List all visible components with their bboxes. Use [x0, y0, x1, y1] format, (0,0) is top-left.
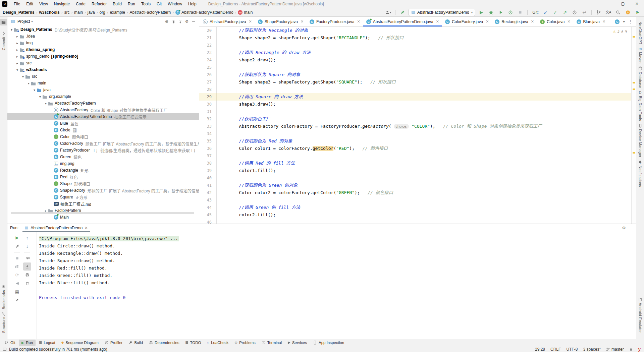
- minimize-button[interactable]: ─: [602, 0, 616, 8]
- editor-tab-ColorFactory.java[interactable]: CColorFactory.java✕: [442, 17, 492, 26]
- tree-item-spring_demo[interactable]: ▸spring_demo[spring-demo]: [7, 53, 199, 60]
- tree-expand-icon[interactable]: ▸: [15, 61, 19, 65]
- tree-item-Color[interactable]: IColor颜色接口: [7, 133, 199, 140]
- line-number[interactable]: 25: [199, 64, 217, 71]
- stripe-maven-button[interactable]: mMaven: [638, 46, 642, 65]
- git-history-button[interactable]: [571, 9, 578, 16]
- inspections-widget[interactable]: ⚠ 3 ∧ ∨: [612, 28, 629, 34]
- breadcrumb-item[interactable]: main: [74, 10, 83, 15]
- tree-item-itheima_spring[interactable]: ▸itheima_spring: [7, 46, 199, 53]
- close-icon[interactable]: ✕: [249, 19, 252, 24]
- line-number[interactable]: 45: [199, 211, 217, 219]
- code-line-34[interactable]: 34: [199, 130, 636, 137]
- line-number[interactable]: 24: [199, 56, 217, 64]
- code-line-28[interactable]: 28: [199, 86, 636, 93]
- tree-item-src[interactable]: ▾src: [7, 73, 199, 80]
- restart-activity-button[interactable]: ⟳: [13, 271, 21, 279]
- tab-options-kebab-icon[interactable]: ⋮: [628, 19, 633, 24]
- rerun-button[interactable]: ▶: [13, 234, 21, 242]
- file-encoding[interactable]: UTF-8: [566, 347, 578, 352]
- line-number[interactable]: 29: [199, 93, 217, 101]
- error-stripe[interactable]: [631, 27, 636, 224]
- stripe-database-button[interactable]: Database: [638, 65, 642, 90]
- stripe-structure-button[interactable]: Structure: [2, 311, 6, 334]
- hide-panel-icon[interactable]: ─: [630, 226, 633, 230]
- code-line-20[interactable]: 20 //获取形状为 Rectangle 的对象: [199, 27, 636, 34]
- breadcrumb-item[interactable]: mmain: [238, 10, 253, 15]
- toolwindow-build-button[interactable]: Build: [126, 340, 146, 346]
- profiler-button[interactable]: [507, 9, 514, 16]
- line-number[interactable]: 36: [199, 145, 217, 152]
- tree-item-Green[interactable]: CGreen绿色: [7, 154, 199, 160]
- menu-edit[interactable]: Edit: [23, 0, 36, 8]
- line-number[interactable]: 39: [199, 167, 217, 174]
- code-line-21[interactable]: 21 Shape shape2 = shapeFactory.getShape(…: [199, 34, 636, 42]
- clear-all-button[interactable]: [23, 279, 31, 287]
- settings-gear-icon[interactable]: ⚙: [622, 226, 626, 230]
- event-log-icon[interactable]: [3, 347, 7, 351]
- line-number[interactable]: 38: [199, 160, 217, 167]
- menu-run[interactable]: Run: [125, 0, 138, 8]
- menu-help[interactable]: Help: [185, 0, 200, 8]
- breadcrumb-item[interactable]: w3schools: [39, 10, 59, 15]
- stripe-big-data-tools-button[interactable]: DBig Data Tools: [638, 90, 642, 122]
- editor-tab-FactoryProducer.java[interactable]: CFactoryProducer.java✕: [307, 17, 363, 26]
- warning-mark[interactable]: [633, 82, 635, 83]
- code-line-22[interactable]: 22: [199, 42, 636, 49]
- next-problem-icon[interactable]: ∨: [625, 29, 627, 34]
- code-line-42[interactable]: 42 Color color2 = colorFactory.getColor(…: [199, 189, 636, 196]
- translate-button[interactable]: 文A: [605, 9, 612, 16]
- horizontal-scrollbar[interactable]: [11, 212, 194, 214]
- code-line-45[interactable]: 45 color2.fill();: [199, 211, 636, 219]
- caret-position[interactable]: 29:28: [535, 347, 545, 352]
- collapse-all-icon[interactable]: [177, 18, 183, 25]
- editor-tab-AbstractFactoryPatternDemo.java[interactable]: CAbstractFactoryPatternDemo.java✕: [363, 17, 442, 26]
- code-line-29[interactable]: 29 //调用 Square 的 draw 方法: [199, 93, 636, 101]
- status-message[interactable]: Build completed successfully in 701 ms (…: [9, 347, 107, 352]
- run-with-coverage-button[interactable]: [497, 9, 504, 16]
- project-panel-title[interactable]: Project: [17, 19, 30, 24]
- code-line-40[interactable]: 40: [199, 174, 636, 182]
- line-number[interactable]: 43: [199, 196, 217, 204]
- menu-file[interactable]: File: [11, 0, 23, 8]
- pin-tab-button[interactable]: [13, 296, 21, 304]
- tree-expand-icon[interactable]: ▸: [15, 41, 19, 45]
- prev-problem-icon[interactable]: ∧: [621, 29, 624, 34]
- toolwindow-services-button[interactable]: ▶Services: [285, 340, 310, 346]
- stripe-project-button[interactable]: [0, 19, 7, 25]
- tree-expand-icon[interactable]: ▸: [15, 55, 19, 58]
- line-number[interactable]: 26: [199, 71, 217, 78]
- tree-item-ShapeFactory[interactable]: CShapeFactory形状的工厂 扩展了 AbstractFactory 的…: [7, 187, 199, 194]
- menu-window[interactable]: Window: [165, 0, 185, 8]
- settings-gear-icon[interactable]: ⚙: [183, 18, 190, 25]
- tree-item-img[interactable]: ▸img: [7, 40, 199, 46]
- update-available-button[interactable]: [624, 9, 632, 16]
- tree-collapse-icon[interactable]: ▾: [32, 88, 37, 92]
- warning-mark[interactable]: [633, 36, 635, 38]
- tab-list-chevron-icon[interactable]: ▾: [623, 19, 625, 24]
- chevron-down-icon[interactable]: ▾: [31, 20, 33, 23]
- tree-item-src[interactable]: ▸src: [7, 60, 199, 66]
- warning-mark[interactable]: [633, 89, 635, 90]
- run-tab[interactable]: AbstractFactoryPatternDemo ✕: [22, 224, 90, 232]
- debug-button[interactable]: [487, 9, 495, 16]
- tree-collapse-icon[interactable]: ▾: [26, 81, 31, 85]
- line-number[interactable]: 30: [199, 101, 217, 108]
- tree-item-AbstractFactory[interactable]: CAbstractFactoryColor 和 Shape 对象创建抽象类来获取…: [7, 107, 199, 113]
- menu-build[interactable]: Build: [110, 0, 125, 8]
- line-number[interactable]: 33: [199, 123, 217, 130]
- toolwindow-todo-button[interactable]: ☰TODO: [182, 340, 204, 346]
- close-icon[interactable]: ✕: [301, 19, 304, 24]
- toolwindow-run-button[interactable]: ▶Run: [19, 340, 36, 346]
- editor-tab-ShapeFactory.java[interactable]: CShapeFactory.java✕: [255, 17, 307, 26]
- menu-code[interactable]: Code: [73, 0, 89, 8]
- toolwindow-dependencies-button[interactable]: Dependencies: [146, 340, 182, 346]
- line-separator[interactable]: CRLF: [550, 347, 561, 352]
- build-project-button[interactable]: [399, 9, 406, 16]
- code-line-32[interactable]: 32 //获取颜色工厂: [199, 115, 636, 123]
- toolwindow-sequence-diagram-button[interactable]: ◆Sequence Diagram: [59, 340, 101, 346]
- line-number[interactable]: 20: [199, 27, 217, 34]
- tree-item-Square[interactable]: CSquare正方形: [7, 194, 199, 200]
- stripe-bookmarks-button[interactable]: Bookmarks: [2, 284, 6, 311]
- line-number[interactable]: 27: [199, 78, 217, 86]
